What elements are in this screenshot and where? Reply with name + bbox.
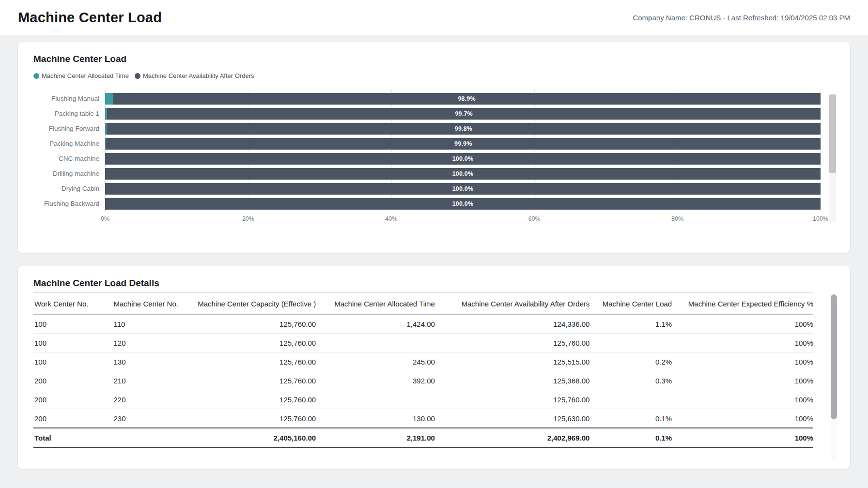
legend-dot-icon (33, 73, 39, 79)
cell (316, 334, 435, 352)
total-cell: 0.1% (589, 428, 672, 447)
column-header[interactable]: Machine Center Load (589, 293, 672, 315)
bar-chart: Flushing Manual98.9%Packing table 199.7%… (33, 93, 835, 226)
category-label: Drilling machine (33, 168, 105, 180)
bar-track: 99.9% (105, 138, 821, 150)
column-header[interactable]: Machine Center Allocated Time (316, 293, 435, 315)
bar-data-label: 100.0% (452, 185, 474, 192)
x-axis-tick-label: 40% (385, 215, 397, 222)
chart-card: Machine Center Load Machine Center Alloc… (17, 42, 851, 253)
availability-segment[interactable]: 100.0% (105, 153, 821, 165)
legend-label: Machine Center Availability After Orders (143, 72, 254, 79)
bar-data-label: 99.7% (455, 110, 472, 117)
cell: 125,760.00 (189, 334, 316, 352)
legend-item[interactable]: Machine Center Availability After Orders (135, 72, 254, 79)
legend-item[interactable]: Machine Center Allocated Time (33, 72, 129, 79)
cell: 125,760.00 (435, 334, 589, 352)
chart-rows: Flushing Manual98.9%Packing table 199.7%… (33, 93, 821, 210)
cell: 245.00 (316, 352, 435, 371)
cell: 125,760.00 (189, 314, 316, 334)
chart-bar-row: Drying Cabin100.0% (33, 183, 821, 195)
cell (589, 334, 672, 352)
cell: 125,760.00 (189, 390, 316, 409)
column-header[interactable]: Machine Center No. (106, 293, 189, 315)
table-scrollbar-thumb[interactable] (831, 294, 837, 419)
cell: 230 (106, 409, 189, 428)
top-bar: Machine Center Load Company Name: CRONUS… (0, 0, 868, 35)
cell: 200 (33, 390, 106, 409)
table-row: 200210125,760.00392.00125,368.000.3%100% (33, 371, 813, 390)
cell: 100 (33, 352, 106, 371)
cell: 125,630.00 (435, 409, 589, 428)
availability-segment[interactable]: 99.9% (106, 138, 821, 150)
table-row: 100110125,760.001,424.00124,336.001.1%10… (33, 314, 813, 334)
chart-scrollbar-thumb[interactable] (829, 94, 836, 173)
bar-data-label: 100.0% (452, 155, 474, 162)
table-row: 100120125,760.00125,760.00100% (33, 334, 813, 352)
x-axis-tick-label: 80% (671, 215, 683, 222)
column-header[interactable]: Machine Center Capacity (Effective ) (189, 293, 316, 315)
column-header[interactable]: Machine Center Availability After Orders (435, 293, 589, 315)
bar-data-label: 100.0% (452, 170, 474, 177)
cell: 100% (672, 334, 813, 352)
category-label: CNC machine (33, 153, 105, 165)
cell (316, 390, 435, 409)
chart-bar-row: Packing table 199.7% (33, 108, 821, 120)
legend-label: Machine Center Allocated Time (42, 72, 129, 79)
bar-track: 98.9% (105, 93, 821, 105)
chart-legend: Machine Center Allocated TimeMachine Cen… (33, 72, 835, 79)
cell: 110 (106, 314, 189, 334)
bar-track: 99.8% (105, 123, 821, 135)
column-header[interactable]: Work Center No. (33, 293, 106, 315)
page-title: Machine Center Load (18, 10, 162, 26)
cell: 100 (33, 334, 106, 352)
cell: 125,760.00 (189, 409, 316, 428)
cell: 0.2% (589, 352, 672, 371)
bar-track: 100.0% (105, 183, 821, 195)
category-label: Flushing Manual (33, 93, 105, 105)
cell: 125,368.00 (435, 371, 589, 390)
table-row: 200230125,760.00130.00125,630.000.1%100% (33, 409, 813, 428)
bar-data-label: 100.0% (452, 200, 474, 207)
cell (589, 390, 672, 409)
cell: 0.3% (589, 371, 672, 390)
availability-segment[interactable]: 99.7% (107, 108, 821, 120)
cell: 100% (672, 409, 813, 428)
total-cell: 2,191.00 (316, 428, 435, 447)
details-table: Work Center No.Machine Center No.Machine… (33, 292, 813, 448)
company-refresh-info: Company Name: CRONUS - Last Refreshed: 1… (633, 14, 850, 22)
column-header[interactable]: Machine Center Expected Efficiency % (672, 293, 813, 315)
table-title: Machine Center Load Details (33, 278, 835, 289)
category-label: Flushing Backward (33, 198, 105, 210)
bar-track: 100.0% (105, 168, 821, 180)
category-label: Drying Cabin (33, 183, 105, 195)
cell: 125,760.00 (189, 371, 316, 390)
availability-segment[interactable]: 100.0% (105, 198, 821, 210)
cell: 100% (672, 352, 813, 371)
total-cell: 2,402,969.00 (435, 428, 589, 447)
table-row: 100130125,760.00245.00125,515.000.2%100% (33, 352, 813, 371)
total-row: Total2,405,160.002,191.002,402,969.000.1… (33, 428, 813, 447)
table-row: 200220125,760.00125,760.00100% (33, 390, 813, 409)
chart-bar-row: Flushing Manual98.9% (33, 93, 821, 105)
chart-bar-row: Drilling machine100.0% (33, 168, 821, 180)
cell: 125,515.00 (435, 352, 589, 371)
cell: 1.1% (589, 314, 672, 334)
availability-segment[interactable]: 100.0% (105, 183, 821, 195)
allocated-time-segment[interactable] (105, 93, 113, 105)
cell: 100% (672, 371, 813, 390)
cell: 120 (106, 334, 189, 352)
cell: 0.1% (589, 409, 672, 428)
cell: 220 (106, 390, 189, 409)
cell: 200 (33, 371, 106, 390)
chart-bar-row: Flushing Backward100.0% (33, 198, 821, 210)
availability-segment[interactable]: 98.9% (113, 93, 821, 105)
bar-track: 100.0% (105, 153, 821, 165)
chart-scrollbar[interactable] (829, 94, 836, 223)
cell: 130 (106, 352, 189, 371)
availability-segment[interactable]: 99.8% (107, 123, 821, 135)
chart-bar-row: Flushing Forward99.8% (33, 123, 821, 135)
table-scrollbar[interactable] (831, 294, 837, 461)
availability-segment[interactable]: 100.0% (105, 168, 821, 180)
bar-data-label: 98.9% (458, 95, 475, 102)
